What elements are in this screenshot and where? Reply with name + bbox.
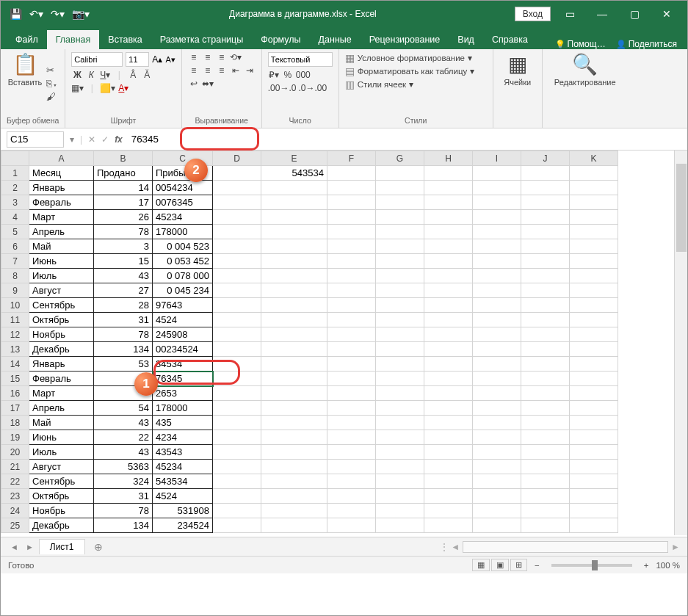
tab-data[interactable]: Данные bbox=[310, 30, 361, 49]
row-header[interactable]: 7 bbox=[1, 254, 29, 269]
cell[interactable]: Апрель bbox=[29, 225, 94, 239]
cell[interactable]: 0054234 bbox=[153, 181, 213, 195]
cell[interactable] bbox=[424, 166, 473, 181]
cell[interactable] bbox=[570, 225, 618, 239]
cell[interactable] bbox=[473, 342, 521, 357]
row-header[interactable]: 4 bbox=[1, 210, 29, 225]
cell[interactable]: Октябрь bbox=[29, 489, 94, 504]
cell[interactable] bbox=[424, 327, 473, 342]
cell[interactable] bbox=[261, 327, 327, 342]
cell[interactable] bbox=[327, 283, 376, 298]
cell[interactable] bbox=[261, 283, 327, 298]
tab-view[interactable]: Вид bbox=[449, 30, 483, 49]
cell[interactable] bbox=[424, 489, 473, 504]
copy-icon[interactable]: ⎘▾ bbox=[46, 78, 58, 89]
tab-formulas[interactable]: Формулы bbox=[252, 30, 309, 49]
cell[interactable] bbox=[521, 445, 570, 460]
cell[interactable] bbox=[213, 269, 261, 283]
cell[interactable]: 0076345 bbox=[153, 195, 213, 210]
cell[interactable] bbox=[376, 298, 424, 313]
cell[interactable]: Октябрь bbox=[29, 313, 94, 327]
cell[interactable] bbox=[376, 195, 424, 210]
cell[interactable] bbox=[327, 504, 376, 518]
cell[interactable] bbox=[424, 195, 473, 210]
cell[interactable] bbox=[327, 401, 376, 416]
cell[interactable]: Март bbox=[29, 210, 94, 225]
cell[interactable] bbox=[213, 474, 261, 489]
align-right-icon[interactable]: ≡ bbox=[216, 65, 228, 76]
cell[interactable]: 0 078 000 bbox=[153, 269, 213, 283]
tab-home[interactable]: Главная bbox=[47, 30, 100, 49]
cell[interactable] bbox=[473, 489, 521, 504]
cell[interactable] bbox=[570, 239, 618, 254]
cell[interactable] bbox=[473, 313, 521, 327]
row-header[interactable]: 3 bbox=[1, 195, 29, 210]
col-header-F[interactable]: F bbox=[327, 151, 376, 166]
cell[interactable]: Май bbox=[29, 239, 94, 254]
cell[interactable] bbox=[473, 445, 521, 460]
cell[interactable] bbox=[327, 474, 376, 489]
horizontal-scrollbar[interactable] bbox=[463, 541, 668, 553]
cell[interactable] bbox=[473, 504, 521, 518]
cell[interactable] bbox=[261, 504, 327, 518]
cell[interactable] bbox=[521, 357, 570, 372]
cell[interactable] bbox=[570, 181, 618, 195]
row-header[interactable]: 20 bbox=[1, 445, 29, 460]
indent-inc-icon[interactable]: ⇥ bbox=[244, 65, 256, 76]
cell[interactable]: Июнь bbox=[29, 254, 94, 269]
cell[interactable]: 54 bbox=[94, 401, 153, 416]
cell[interactable]: 14 bbox=[94, 181, 153, 195]
tab-insert[interactable]: Вставка bbox=[99, 30, 151, 49]
cell[interactable] bbox=[521, 254, 570, 269]
cell[interactable] bbox=[376, 342, 424, 357]
cell[interactable]: 53 bbox=[94, 357, 153, 372]
border-icon[interactable]: ▦▾ bbox=[71, 83, 84, 93]
cell[interactable] bbox=[521, 269, 570, 283]
indent-dec-icon[interactable]: ⇤ bbox=[230, 65, 242, 76]
namebox-dropdown-icon[interactable]: ▾ bbox=[70, 134, 74, 145]
increase-decimal-icon[interactable]: .00→.0 bbox=[268, 83, 297, 93]
format-painter-icon[interactable]: 🖌 bbox=[46, 91, 58, 102]
cell[interactable] bbox=[213, 313, 261, 327]
maximize-icon[interactable]: ▢ bbox=[621, 8, 648, 20]
cell[interactable] bbox=[570, 166, 618, 181]
cancel-icon[interactable]: ✕ bbox=[88, 134, 95, 145]
paste-button[interactable]: 📋 Вставить bbox=[7, 52, 43, 115]
cell[interactable]: 435 bbox=[153, 416, 213, 430]
cell[interactable] bbox=[213, 386, 261, 401]
add-sheet-icon[interactable]: ⊕ bbox=[88, 541, 109, 553]
cell[interactable] bbox=[376, 518, 424, 533]
cell[interactable]: Ноябрь bbox=[29, 327, 94, 342]
cell[interactable]: 0 053 452 bbox=[153, 254, 213, 269]
cell[interactable] bbox=[473, 239, 521, 254]
tell-me[interactable]: Помощ… bbox=[555, 39, 606, 49]
sheet-nav-prev-icon[interactable]: ◄ bbox=[8, 543, 21, 551]
view-layout-icon[interactable]: ▣ bbox=[491, 559, 509, 571]
cell[interactable] bbox=[570, 416, 618, 430]
cell[interactable] bbox=[424, 460, 473, 474]
cell[interactable] bbox=[424, 474, 473, 489]
cell[interactable] bbox=[473, 181, 521, 195]
cell[interactable] bbox=[376, 445, 424, 460]
cell[interactable] bbox=[327, 518, 376, 533]
cell[interactable]: 97643 bbox=[153, 298, 213, 313]
cell[interactable] bbox=[213, 195, 261, 210]
cell[interactable] bbox=[213, 430, 261, 445]
cell[interactable] bbox=[424, 445, 473, 460]
cell[interactable] bbox=[521, 313, 570, 327]
cell[interactable] bbox=[213, 225, 261, 239]
cell[interactable]: 28 bbox=[94, 298, 153, 313]
cell[interactable] bbox=[521, 327, 570, 342]
cell[interactable] bbox=[327, 430, 376, 445]
cell[interactable]: Август bbox=[29, 460, 94, 474]
cell[interactable]: Январь bbox=[29, 181, 94, 195]
cell[interactable] bbox=[213, 357, 261, 372]
cell[interactable] bbox=[261, 372, 327, 386]
row-header[interactable]: 25 bbox=[1, 518, 29, 533]
redo-icon[interactable]: ↷▾ bbox=[51, 8, 65, 20]
cell[interactable] bbox=[570, 386, 618, 401]
cell[interactable] bbox=[376, 254, 424, 269]
cell[interactable] bbox=[213, 401, 261, 416]
font-down-icon[interactable]: Ă bbox=[141, 70, 153, 80]
cell[interactable] bbox=[213, 327, 261, 342]
